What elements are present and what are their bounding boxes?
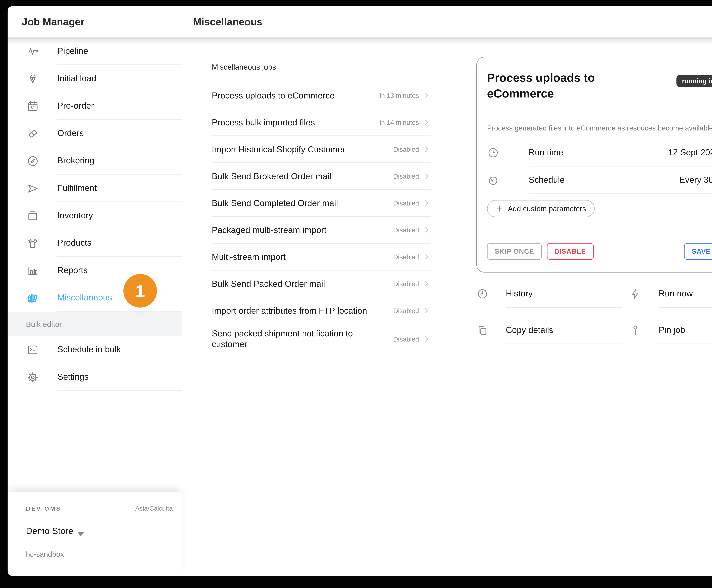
sidebar-footer: DEV-OMS Asia/Calcutta Demo Store hc-sand… xyxy=(7,492,182,576)
header: Job Manager Miscellaneous xyxy=(7,6,712,37)
sidebar-item-label: Products xyxy=(57,238,91,248)
job-status: in 14 minutes xyxy=(380,119,419,126)
sidebar-item-schedule-in-bulk[interactable]: Schedule in bulk xyxy=(7,336,182,363)
page-title: Miscellaneous xyxy=(193,16,262,28)
sidebar-item-label: Pipeline xyxy=(57,46,88,56)
plus-icon xyxy=(496,205,503,212)
ticket-icon xyxy=(26,120,39,147)
job-row-import-historical[interactable]: Import Historical Shopify Customer Disab… xyxy=(212,136,431,163)
job-row-import-order-attributes[interactable]: Import order attributes from FTP locatio… xyxy=(212,297,431,324)
job-status: Disabled xyxy=(393,307,419,314)
sidebar-item-inventory[interactable]: Inventory xyxy=(7,202,182,229)
run-time-value-dropdown[interactable]: 12 Sept 2024, 15:27 xyxy=(668,147,712,158)
box-icon xyxy=(26,202,39,229)
disable-button[interactable]: DISABLE xyxy=(547,243,593,260)
chevron-right-icon xyxy=(423,172,431,180)
environment-label: DEV-OMS xyxy=(26,505,61,511)
job-status: Disabled xyxy=(393,335,419,343)
job-row-bulk-send-packed[interactable]: Bulk Send Packed Order mail Disabled xyxy=(212,271,431,297)
jobs-list: Miscellaneous jobs Process uploads to eC… xyxy=(212,37,431,354)
job-detail-title: Process uploads to eCommerce xyxy=(487,70,639,102)
sidebar-item-settings[interactable]: Settings xyxy=(7,363,182,391)
app-window: Job Manager Miscellaneous Pipeline Initi… xyxy=(7,6,712,576)
bar-chart-icon xyxy=(26,257,39,284)
schedule-value-dropdown[interactable]: Every 30 minutes xyxy=(679,175,712,185)
pulse-icon xyxy=(26,38,39,65)
job-row-packaged-multi-stream[interactable]: Packaged multi-stream import Disabled xyxy=(212,217,431,244)
sidebar-item-label: Pre-order xyxy=(57,101,94,111)
chevron-right-icon xyxy=(423,307,431,315)
sidebar-divider xyxy=(182,6,182,576)
chevron-right-icon xyxy=(423,253,431,261)
job-row-multi-stream[interactable]: Multi-stream import Disabled xyxy=(212,244,431,271)
chevron-right-icon xyxy=(423,91,431,100)
job-title: Multi-stream import xyxy=(212,251,375,262)
sidebar-item-fulfillment[interactable]: Fulfillment xyxy=(7,175,182,202)
copy-details-action[interactable]: Copy details xyxy=(476,317,622,354)
job-status: Disabled xyxy=(393,280,419,288)
annotation-badge-1: 1 xyxy=(123,274,157,308)
action-label: Copy details xyxy=(506,325,553,335)
tshirt-icon xyxy=(26,229,39,257)
job-row-process-bulk-imported[interactable]: Process bulk imported files in 14 minute… xyxy=(212,109,431,136)
job-status: Disabled xyxy=(393,226,419,234)
job-title: Send packed shipment notification to cus… xyxy=(212,328,375,350)
pin-job-action[interactable]: Pin job xyxy=(622,317,712,354)
action-label: Run now xyxy=(658,289,693,299)
run-time-value: 12 Sept 2024, 15:27 xyxy=(668,147,712,158)
sidebar-item-orders[interactable]: Orders xyxy=(7,120,182,147)
chevron-right-icon xyxy=(423,335,431,343)
sidebar-item-initial-load[interactable]: Initial load xyxy=(7,65,182,92)
action-label: History xyxy=(506,289,533,299)
send-icon xyxy=(26,175,39,202)
job-title: Process bulk imported files xyxy=(212,117,375,128)
skip-once-button[interactable]: SKIP ONCE xyxy=(487,243,542,260)
section-label: Bulk editor xyxy=(26,319,62,328)
chevron-right-icon xyxy=(423,118,431,126)
job-status: Disabled xyxy=(393,253,419,260)
action-label: Pin job xyxy=(658,325,685,335)
chevron-right-icon xyxy=(423,226,431,234)
job-description: Process generated files into eCommerce a… xyxy=(487,124,712,132)
screenshot-stage: Job Manager Miscellaneous Pipeline Initi… xyxy=(0,0,712,588)
sidebar-item-label: Inventory xyxy=(57,210,93,220)
sidebar-item-label: Settings xyxy=(57,372,88,382)
job-title: Packaged multi-stream import xyxy=(212,225,375,235)
job-status: in 13 minutes xyxy=(380,92,419,99)
job-row-bulk-send-completed[interactable]: Bulk Send Completed Order mail Disabled xyxy=(212,190,431,217)
sidebar-item-label: Initial load xyxy=(57,73,96,83)
sidebar-section-bulk-editor: Bulk editor xyxy=(7,312,182,336)
job-row-bulk-send-brokered[interactable]: Bulk Send Brokered Order mail Disabled xyxy=(212,163,431,190)
job-status: Disabled xyxy=(393,172,419,180)
save-changes-button[interactable]: SAVE CHANGES xyxy=(684,243,712,260)
sidebar-item-products[interactable]: Products xyxy=(7,229,182,257)
job-row-process-uploads[interactable]: Process uploads to eCommerce in 13 minut… xyxy=(212,82,431,109)
job-status: Disabled xyxy=(393,199,419,207)
books-icon xyxy=(26,284,39,312)
sidebar-item-label: Reports xyxy=(57,265,87,275)
sidebar-item-label: Miscellaneous xyxy=(57,293,112,303)
sidebar-item-pre-order[interactable]: 31 Pre-order xyxy=(7,92,182,120)
timezone-label: Asia/Calcutta xyxy=(135,505,173,512)
chevron-right-icon xyxy=(423,145,431,153)
timer-icon xyxy=(487,167,499,194)
history-clock-icon xyxy=(476,288,489,300)
sidebar-item-brokering[interactable]: Brokering xyxy=(7,147,182,175)
sidebar-item-pipeline[interactable]: Pipeline xyxy=(7,38,182,65)
sidebar-item-label: Fulfillment xyxy=(57,183,97,193)
app-title: Job Manager xyxy=(22,16,84,28)
bolt-icon xyxy=(629,288,642,300)
header-divider xyxy=(7,37,712,38)
calendar-31-icon: 31 xyxy=(26,92,39,120)
job-title: Bulk Send Packed Order mail xyxy=(212,278,375,289)
add-custom-parameters-label: Add custom parameters xyxy=(508,205,586,213)
sidebar-item-reports[interactable]: Reports xyxy=(7,257,182,284)
job-title: Bulk Send Brokered Order mail xyxy=(212,171,375,182)
run-time-row: Run time 12 Sept 2024, 15:27 xyxy=(487,139,712,167)
sidebar-item-label: Brokering xyxy=(57,155,95,166)
run-now-action[interactable]: Run now xyxy=(622,281,712,317)
job-row-send-packed-notification[interactable]: Send packed shipment notification to cus… xyxy=(212,324,431,354)
history-action[interactable]: History xyxy=(476,281,622,317)
store-selector[interactable]: Demo Store xyxy=(26,526,173,537)
add-custom-parameters-button[interactable]: Add custom parameters xyxy=(487,200,595,217)
